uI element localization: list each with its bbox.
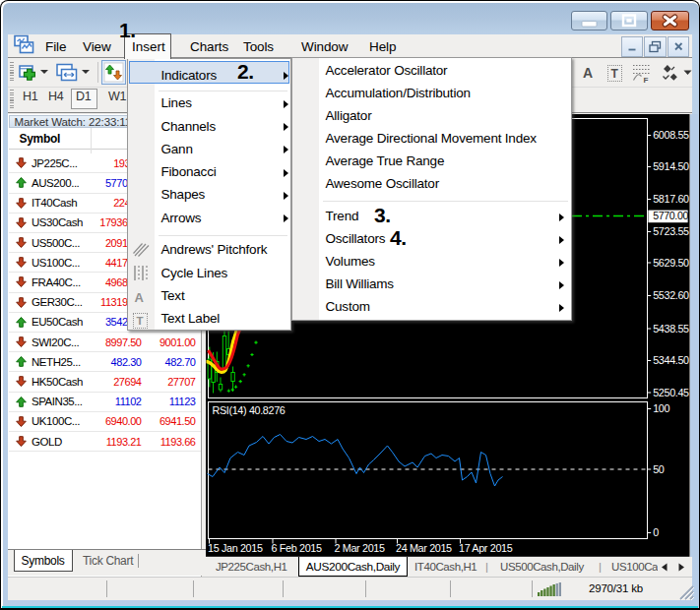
svg-text:5914.50: 5914.50 <box>653 160 689 172</box>
svg-text:15 Jan 2015: 15 Jan 2015 <box>208 542 263 554</box>
svg-text:6008.55: 6008.55 <box>653 129 689 141</box>
svg-text:5770.00: 5770.00 <box>653 210 688 221</box>
svg-text:24 Mar 2015: 24 Mar 2015 <box>396 542 452 554</box>
svg-text:100: 100 <box>653 402 669 414</box>
svg-text:5438.55: 5438.55 <box>653 322 689 334</box>
svg-text:6 Feb 2015: 6 Feb 2015 <box>272 542 322 554</box>
svg-text:50: 50 <box>653 462 665 474</box>
svg-text:F: F <box>644 76 649 85</box>
svg-text:5532.60: 5532.60 <box>653 289 689 301</box>
svg-text:5723.55: 5723.55 <box>653 225 689 237</box>
svg-text:17 Apr 2015: 17 Apr 2015 <box>459 542 513 554</box>
svg-text:0: 0 <box>653 526 659 538</box>
svg-text:2 Mar 2015: 2 Mar 2015 <box>335 542 385 554</box>
svg-text:5629.50: 5629.50 <box>653 256 689 268</box>
svg-text:5250.45: 5250.45 <box>653 386 689 397</box>
svg-text:5817.60: 5817.60 <box>653 193 689 205</box>
svg-text:RSI(14) 40.8276: RSI(14) 40.8276 <box>213 403 286 415</box>
svg-text:5344.50: 5344.50 <box>653 354 689 366</box>
